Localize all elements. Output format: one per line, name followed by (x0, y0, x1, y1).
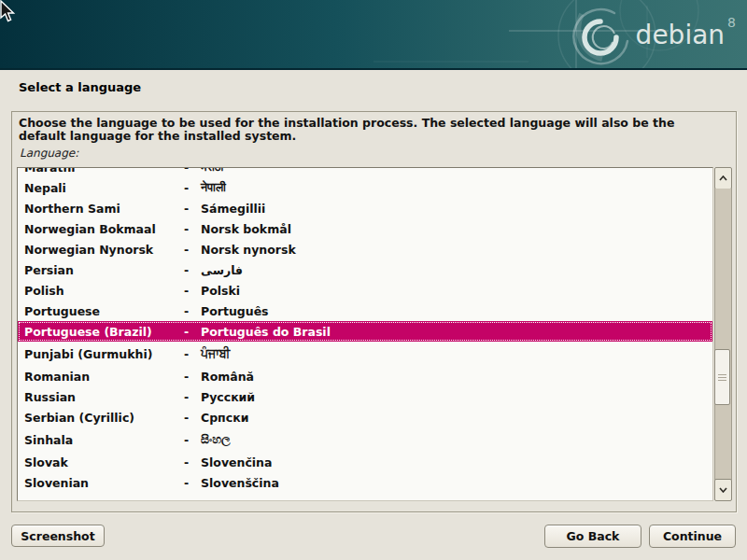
language-separator: - (184, 476, 201, 490)
language-native-name: Sámegillii (201, 202, 712, 216)
language-list[interactable]: Marathi - मराठी Nepali - नेपाली Northern… (17, 167, 713, 501)
language-native-name: Српски (201, 411, 712, 425)
language-english-name: Polish (24, 284, 184, 298)
language-separator: - (184, 304, 201, 318)
scrollbar (714, 167, 732, 501)
language-list-item[interactable]: Romanian - Română (18, 366, 712, 386)
language-list-item[interactable]: Serbian (Cyrillic) - Српски (18, 407, 712, 427)
language-english-name: Nepali (24, 181, 184, 195)
chevron-up-icon (719, 175, 727, 181)
language-separator: - (184, 455, 201, 469)
language-english-name: Portuguese (Brazil) (24, 325, 184, 339)
language-separator: - (184, 284, 201, 298)
language-separator: - (184, 243, 201, 257)
header-banner: debian8 (0, 0, 747, 70)
language-english-name: Serbian (Cyrillic) (24, 411, 184, 425)
language-native-name: Norsk nynorsk (201, 243, 712, 257)
installer-window: debian8 Select a language Choose the lan… (0, 0, 747, 560)
language-separator: - (184, 433, 201, 447)
language-separator: - (184, 347, 201, 361)
language-list-item[interactable]: Punjabi (Gurmukhi) - ਪੰਜਾਬੀ (18, 342, 712, 366)
language-separator: - (184, 411, 201, 425)
language-native-name: Slovenščina (201, 476, 712, 490)
instructions-text: Choose the language to be used for the i… (19, 117, 714, 142)
thumb-grip-line (718, 374, 726, 375)
language-list-item[interactable]: Slovenian - Slovenščina (18, 472, 712, 493)
language-english-name: Persian (24, 263, 184, 277)
language-native-name: Português do Brasil (201, 325, 712, 339)
language-list-item[interactable]: Polish - Polski (18, 280, 712, 301)
scroll-up-button[interactable] (714, 167, 732, 189)
language-separator: - (184, 370, 201, 384)
language-native-name: فارسی (201, 263, 712, 277)
language-separator: - (184, 222, 201, 236)
thumb-grip-line (718, 380, 726, 381)
go-back-button[interactable]: Go Back (544, 525, 641, 548)
language-english-name: Norwegian Bokmaal (24, 222, 184, 236)
language-english-name: Portuguese (24, 304, 184, 318)
arrow-cursor-icon (0, 0, 16, 23)
language-separator: - (184, 167, 201, 175)
language-list-item[interactable]: Sinhala - සිංහල (18, 427, 712, 452)
page-title: Select a language (19, 80, 141, 94)
language-english-name: Romanian (24, 370, 184, 384)
language-list-item[interactable]: Norwegian Bokmaal - Norsk bokmål (18, 218, 712, 239)
language-english-name: Norwegian Nynorsk (24, 243, 184, 257)
language-native-name: Polski (201, 284, 712, 298)
language-native-name: Slovenčina (201, 455, 712, 469)
language-native-name: සිංහල (201, 432, 712, 447)
language-native-name: ਪੰਜਾਬੀ (201, 346, 712, 361)
language-label: Language: (20, 147, 78, 160)
language-english-name: Marathi (24, 167, 184, 175)
language-english-name: Sinhala (24, 433, 184, 447)
continue-button[interactable]: Continue (649, 525, 736, 548)
language-list-item[interactable]: Portuguese (Brazil) - Português do Brasi… (18, 321, 712, 342)
scroll-down-button[interactable] (714, 479, 732, 501)
language-native-name: Português (201, 304, 712, 318)
language-native-name: नेपाली (201, 180, 712, 195)
language-list-item[interactable]: Marathi - मराठी (18, 167, 712, 177)
language-list-item[interactable]: Portuguese - Português (18, 301, 712, 321)
language-separator: - (184, 181, 201, 195)
content-frame: Choose the language to be used for the i… (11, 111, 737, 512)
language-list-item[interactable]: Russian - Русский (18, 386, 712, 407)
screenshot-button[interactable]: Screenshot (11, 525, 105, 547)
language-native-name: मराठी (201, 167, 712, 175)
chevron-down-icon (719, 487, 727, 493)
language-native-name: Русский (201, 390, 712, 404)
language-separator: - (184, 263, 201, 277)
scrollbar-thumb[interactable] (714, 349, 730, 405)
language-list-item[interactable]: Norwegian Nynorsk - Norsk nynorsk (18, 239, 712, 259)
language-list-item[interactable]: Persian - فارسی (18, 259, 712, 280)
language-english-name: Punjabi (Gurmukhi) (24, 347, 184, 361)
thumb-grip-line (718, 377, 726, 378)
language-english-name: Russian (24, 390, 184, 404)
language-english-name: Slovenian (24, 476, 184, 490)
language-separator: - (184, 202, 201, 216)
language-list-container: Marathi - मराठी Nepali - नेपाली Northern… (17, 167, 732, 501)
language-list-item[interactable]: Nepali - नेपाली (18, 177, 712, 198)
language-english-name: Slovak (24, 455, 184, 469)
debian-logo-text: debian8 (636, 15, 736, 50)
language-native-name: Română (201, 370, 712, 384)
language-native-name: Norsk bokmål (201, 222, 712, 236)
language-list-item[interactable]: Slovak - Slovenčina (18, 452, 712, 472)
language-english-name: Northern Sami (24, 202, 184, 216)
language-list-item[interactable]: Northern Sami - Sámegillii (18, 198, 712, 218)
language-separator: - (184, 325, 201, 339)
language-separator: - (184, 390, 201, 404)
scrollbar-track[interactable] (714, 189, 732, 480)
